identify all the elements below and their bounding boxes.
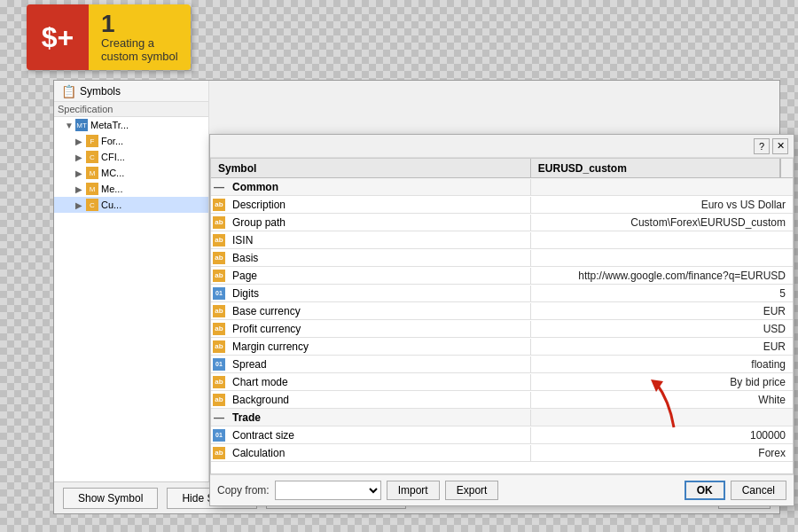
row-calculation-label: Calculation: [227, 445, 531, 461]
row-background[interactable]: ab Background White: [211, 391, 793, 409]
header-symbol: Symbol: [211, 159, 531, 177]
ab-icon: ab: [213, 252, 225, 264]
row-isin-value: [531, 239, 793, 242]
ab-icon: ab: [213, 216, 225, 229]
ab-icon: ab: [213, 305, 225, 317]
tree-item-mc[interactable]: ▶ M MC...: [54, 165, 208, 181]
import-button[interactable]: Import: [387, 481, 440, 500]
symbol-properties-dialog: ? ✕ Symbol EURUSD_custom — Common: [209, 134, 794, 506]
dialog-titlebar: ? ✕: [210, 135, 794, 158]
ab-icon: ab: [213, 270, 225, 282]
folder-icon: M: [86, 183, 98, 195]
row-description-value: Euro vs US Dollar: [531, 197, 793, 213]
ab-icon: ab: [213, 376, 225, 388]
row-group-path-label: Group path: [227, 215, 531, 231]
badge-step-line2: custom symbol: [101, 50, 178, 63]
expand-icon: ▶: [75, 184, 84, 193]
tree-label: MetaTr...: [90, 120, 129, 130]
sidebar-tab: Specification: [54, 102, 208, 117]
table-header: Symbol EURUSD_custom: [211, 159, 793, 178]
sidebar-header: 📋 Symbols: [54, 81, 208, 102]
folder-icon: MT: [75, 119, 88, 131]
tree-item-cfi[interactable]: ▶ C CFI...: [54, 149, 208, 165]
ab-icon: ab: [213, 340, 225, 353]
section-common: — Common: [211, 178, 793, 196]
row-contract-size[interactable]: 01 Contract size 100000: [211, 426, 793, 444]
folder-icon: M: [86, 167, 98, 179]
row-chart-mode[interactable]: ab Chart mode By bid price: [211, 373, 793, 391]
header-value: EURUSD_custom: [531, 159, 780, 177]
tree-item-me[interactable]: ▶ M Me...: [54, 181, 208, 197]
num-icon: 01: [213, 429, 225, 442]
badge-dollar-icon: $+: [42, 21, 74, 54]
row-basis[interactable]: ab Basis: [211, 249, 793, 267]
tree-label: For...: [101, 136, 123, 146]
arrow-annotation: [621, 365, 692, 439]
sidebar-title: Symbols: [80, 85, 121, 98]
expand-icon: ▶: [75, 168, 84, 177]
ab-icon: ab: [213, 199, 225, 211]
row-page-value: http://www.google.com/finance?q=EURUSD: [531, 268, 793, 284]
ab-icon: ab: [213, 394, 225, 406]
export-button[interactable]: Export: [445, 481, 499, 500]
tree-item-for[interactable]: ▶ F For...: [54, 133, 208, 149]
dialog-close-button[interactable]: ✕: [772, 138, 788, 154]
tree-label: Cu...: [101, 200, 121, 210]
tree-label: Me...: [101, 184, 122, 194]
dialog-footer: Copy from: Import Export OK Cancel: [210, 474, 794, 505]
row-spread[interactable]: 01 Spread floating: [211, 356, 793, 373]
copy-from-label: Copy from:: [217, 484, 270, 497]
row-base-currency[interactable]: ab Base currency EUR: [211, 302, 793, 320]
row-margin-currency-value: EUR: [531, 339, 793, 355]
row-group-path[interactable]: ab Group path Custom\Forex\EURUSD_custom: [211, 214, 793, 231]
expand-icon: ▶: [75, 137, 84, 145]
section-dash-icon: —: [211, 179, 227, 195]
section-trade-label: Trade: [227, 410, 531, 426]
row-description[interactable]: ab Description Euro vs US Dollar: [211, 196, 793, 214]
row-page[interactable]: ab Page http://www.google.com/finance?q=…: [211, 267, 793, 285]
num-icon: 01: [213, 358, 225, 371]
row-isin-label: ISIN: [227, 232, 531, 248]
dialog-help-button[interactable]: ?: [754, 138, 770, 154]
row-profit-currency-value: USD: [531, 321, 793, 337]
row-base-currency-label: Base currency: [227, 303, 531, 319]
row-digits-label: Digits: [227, 286, 531, 301]
folder-icon: C: [86, 199, 98, 211]
row-margin-currency[interactable]: ab Margin currency EUR: [211, 338, 793, 356]
copy-from-select[interactable]: [275, 481, 381, 500]
section-common-label: Common: [227, 179, 531, 195]
row-base-currency-value: EUR: [531, 303, 793, 319]
ok-button[interactable]: OK: [685, 481, 725, 500]
tree-item-metatrader[interactable]: ▼ MT MetaTr...: [54, 117, 208, 133]
show-symbol-button[interactable]: Show Symbol: [63, 488, 158, 509]
table-body: — Common ab Description Euro vs US Dolla…: [211, 178, 793, 473]
num-icon: 01: [213, 287, 225, 300]
sidebar: 📋 Symbols Specification ▼ MT MetaTr... ▶…: [54, 81, 209, 513]
row-basis-value: [531, 256, 793, 260]
symbols-icon: 📋: [61, 84, 76, 98]
expand-icon: ▶: [75, 200, 84, 209]
row-chart-mode-label: Chart mode: [227, 374, 531, 390]
tree-item-cu[interactable]: ▶ C Cu...: [54, 197, 208, 213]
row-basis-label: Basis: [227, 250, 531, 266]
row-group-path-value: Custom\Forex\EURUSD_custom: [531, 215, 793, 231]
cancel-button[interactable]: Cancel: [731, 481, 786, 500]
row-spread-label: Spread: [227, 356, 531, 372]
row-profit-currency[interactable]: ab Profit currency USD: [211, 320, 793, 338]
row-isin[interactable]: ab ISIN: [211, 231, 793, 249]
row-digits-value: 5: [531, 286, 793, 301]
row-description-label: Description: [227, 197, 531, 213]
row-digits[interactable]: 01 Digits 5: [211, 285, 793, 302]
step-badge: $+ 1 Creating a custom symbol: [27, 4, 191, 70]
badge-icon: $+: [27, 4, 89, 70]
section-trade: — Trade: [211, 409, 793, 426]
folder-icon: C: [86, 151, 98, 163]
row-calculation[interactable]: ab Calculation Forex: [211, 444, 793, 462]
dialog-content: Symbol EURUSD_custom — Common: [210, 158, 794, 505]
tree-label: MC...: [101, 168, 124, 178]
badge-step-number: 1: [101, 12, 178, 36]
ab-icon: ab: [213, 447, 225, 459]
expand-icon: ▼: [65, 121, 74, 129]
tree-label: CFI...: [101, 152, 125, 162]
row-background-label: Background: [227, 392, 531, 408]
